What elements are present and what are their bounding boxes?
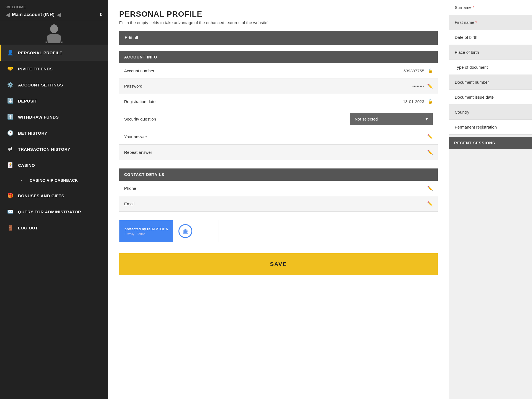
sidebar-item-bonuses[interactable]: 🎁 BONUSES AND GIFTS xyxy=(0,188,108,204)
edit-icon[interactable]: ✏️ xyxy=(427,150,433,155)
recaptcha-box: protected by reCAPTCHA Privacy · Terms xyxy=(119,220,219,242)
welcome-label: WELCOME xyxy=(6,5,103,9)
sidebar-item-query-admin[interactable]: ✉️ QUERY FOR ADMINISTRATOR xyxy=(0,204,108,220)
email-row: Email ✏️ xyxy=(119,196,438,212)
permanent-registration-field: Permanent registration xyxy=(449,120,532,135)
sidebar-item-casino-vip[interactable]: • CASINO VIP CASHBACK xyxy=(0,173,108,188)
sidebar-item-invite-friends[interactable]: 🤝 INVITE FRIENDS xyxy=(0,61,108,77)
save-button[interactable]: SAVE xyxy=(119,253,438,275)
repeat-answer-value: ✏️ xyxy=(427,150,433,155)
first-name-field: First name* xyxy=(449,15,532,30)
registration-date-value: 13-01-2023 🔒 xyxy=(403,99,433,104)
type-of-document-label: Type of document xyxy=(455,65,488,70)
password-label: Password xyxy=(124,84,142,88)
sidebar-item-label: CASINO VIP CASHBACK xyxy=(30,178,78,183)
account-arrows-right: ◀ xyxy=(57,11,61,18)
surname-field: Surname* xyxy=(449,0,532,15)
date-of-birth-field: Date of birth xyxy=(449,30,532,45)
account-balance: 0 xyxy=(100,12,103,17)
right-panel: Surname* First name* Date of birth Place… xyxy=(449,0,532,399)
deposit-icon: ⬇️ xyxy=(7,98,14,104)
recaptcha-left: protected by reCAPTCHA Privacy · Terms xyxy=(119,220,173,242)
permanent-registration-label: Permanent registration xyxy=(455,125,497,129)
document-number-field: Document number xyxy=(449,75,532,90)
edit-all-button[interactable]: Edit all xyxy=(119,31,438,45)
contact-details-header: CONTACT DETAILS xyxy=(119,168,438,181)
password-value: •••••••• ✏️ xyxy=(412,83,433,89)
recent-sessions-header: RECENT SESSIONS xyxy=(449,137,532,149)
sidebar-item-label: BET HISTORY xyxy=(18,131,47,135)
account-number-label: Account number xyxy=(124,68,154,73)
sidebar-item-label: INVITE FRIENDS xyxy=(18,66,53,71)
sidebar-item-casino[interactable]: 🃏 CASINO xyxy=(0,157,108,173)
registration-date-row: Registration date 13-01-2023 🔒 xyxy=(119,94,438,109)
document-number-label: Document number xyxy=(455,80,489,85)
account-info-header: ACCOUNT INFO xyxy=(119,51,438,63)
avatar-area xyxy=(0,21,108,43)
account-arrows-left: ◀ xyxy=(6,11,10,18)
type-of-document-field: Type of document xyxy=(449,60,532,75)
sidebar-item-label: ACCOUNT SETTINGS xyxy=(18,83,63,87)
query-admin-icon: ✉️ xyxy=(7,209,14,215)
recaptcha-links[interactable]: Privacy · Terms xyxy=(124,232,168,236)
your-answer-row: Your answer ✏️ xyxy=(119,129,438,145)
casino-vip-icon: • xyxy=(19,179,25,182)
chevron-down-icon: ▾ xyxy=(426,116,428,122)
security-question-dropdown[interactable]: Not selected ▾ xyxy=(350,113,433,125)
bet-history-icon: 🕐 xyxy=(7,130,14,136)
center-panel: PERSONAL PROFILE Fill in the empty field… xyxy=(108,0,449,399)
password-row: Password •••••••• ✏️ xyxy=(119,78,438,94)
dropdown-value: Not selected xyxy=(355,117,378,121)
place-of-birth-field: Place of birth xyxy=(449,45,532,60)
sidebar-item-bet-history[interactable]: 🕐 BET HISTORY xyxy=(0,125,108,141)
player-avatar xyxy=(40,24,68,43)
sidebar-item-log-out[interactable]: 🚪 LOG OUT xyxy=(0,220,108,236)
bonuses-icon: 🎁 xyxy=(7,193,14,199)
invite-friends-icon: 🤝 xyxy=(7,66,14,72)
registration-date-label: Registration date xyxy=(124,99,155,104)
content-area: PERSONAL PROFILE Fill in the empty field… xyxy=(108,0,532,399)
sidebar-item-label: WITHDRAW FUNDS xyxy=(18,115,59,119)
place-of-birth-label: Place of birth xyxy=(455,50,479,55)
account-number-value: 539897755 🔒 xyxy=(403,68,433,73)
sidebar-item-label: TRANSACTION HISTORY xyxy=(18,147,70,152)
personal-profile-icon: 👤 xyxy=(7,50,14,56)
sidebar-item-withdraw-funds[interactable]: ⬆️ WITHDRAW FUNDS xyxy=(0,109,108,125)
sidebar-header: WELCOME ◀ Main account (INR) ◀ 0 xyxy=(0,0,108,21)
repeat-answer-label: Repeat answer xyxy=(124,150,152,155)
page-title: PERSONAL PROFILE xyxy=(119,10,438,19)
sidebar-navigation: 👤 PERSONAL PROFILE 🤝 INVITE FRIENDS ⚙️ A… xyxy=(0,45,108,236)
date-of-birth-label: Date of birth xyxy=(455,35,477,40)
phone-value: ✏️ xyxy=(427,186,433,191)
sidebar-item-label: QUERY FOR ADMINISTRATOR xyxy=(18,209,81,214)
recaptcha-right xyxy=(173,220,198,242)
phone-row: Phone ✏️ xyxy=(119,181,438,196)
sidebar: WELCOME ◀ Main account (INR) ◀ 0 👤 PERSO… xyxy=(0,0,108,399)
edit-icon[interactable]: ✏️ xyxy=(427,134,433,139)
first-name-label: First name* xyxy=(455,20,477,25)
sidebar-item-label: LOG OUT xyxy=(18,226,38,230)
sidebar-item-label: PERSONAL PROFILE xyxy=(18,50,62,55)
edit-icon[interactable]: ✏️ xyxy=(427,186,433,191)
sidebar-item-account-settings[interactable]: ⚙️ ACCOUNT SETTINGS xyxy=(0,77,108,93)
transaction-history-icon: ⇄ xyxy=(7,146,14,152)
account-number-row: Account number 539897755 🔒 xyxy=(119,63,438,78)
casino-icon: 🃏 xyxy=(7,162,14,168)
sidebar-item-personal-profile[interactable]: 👤 PERSONAL PROFILE xyxy=(0,45,108,61)
document-issue-date-field: Document issue date xyxy=(449,90,532,105)
sidebar-item-transaction-history[interactable]: ⇄ TRANSACTION HISTORY xyxy=(0,141,108,157)
main-content: PERSONAL PROFILE Fill in the empty field… xyxy=(108,0,532,399)
country-field: Country xyxy=(449,105,532,120)
email-value: ✏️ xyxy=(427,201,433,206)
svg-point-0 xyxy=(50,24,58,33)
edit-icon[interactable]: ✏️ xyxy=(427,201,433,206)
email-label: Email xyxy=(124,201,135,206)
country-label: Country xyxy=(455,110,469,114)
page-subtitle: Fill in the empty fields to take advanta… xyxy=(119,20,438,25)
edit-icon[interactable]: ✏️ xyxy=(427,83,433,89)
surname-label: Surname* xyxy=(455,5,474,10)
account-name: Main account (INR) xyxy=(12,12,55,17)
security-question-label: Security question xyxy=(124,117,156,121)
sidebar-item-deposit[interactable]: ⬇️ DEPOSIT xyxy=(0,93,108,109)
your-answer-value: ✏️ xyxy=(427,134,433,139)
